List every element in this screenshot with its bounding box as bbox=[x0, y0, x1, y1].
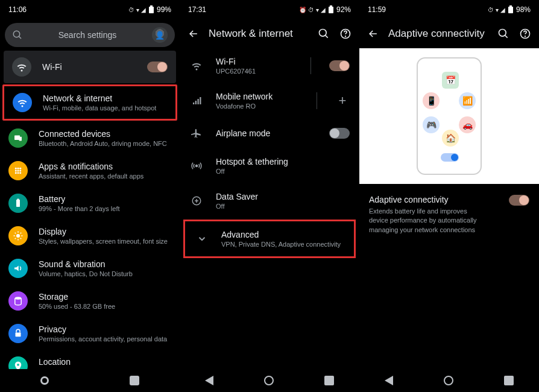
nav-home[interactable] bbox=[264, 376, 274, 385]
screen-header: Network & internet bbox=[180, 19, 359, 48]
highlight-advanced: AdvancedVPN, Private DNS, Adaptive conne… bbox=[183, 220, 356, 258]
network-item-advanced[interactable]: AdvancedVPN, Private DNS, Adaptive conne… bbox=[185, 221, 354, 256]
illus-dot: 🎮 bbox=[423, 116, 440, 133]
phone-illustration: 📅 📱 📶 🎮 🚗 🏠 bbox=[417, 57, 482, 175]
svg-line-24 bbox=[326, 36, 328, 38]
help-button[interactable] bbox=[339, 27, 352, 40]
svg-point-8 bbox=[19, 168, 21, 169]
nav-back[interactable] bbox=[385, 376, 393, 385]
network-icon bbox=[13, 93, 32, 112]
wifi-toggle[interactable] bbox=[147, 62, 168, 72]
svg-point-12 bbox=[15, 172, 17, 174]
adaptive-setting-row[interactable]: Adaptive connectivity Extends battery li… bbox=[359, 184, 539, 245]
svg-point-9 bbox=[15, 170, 17, 172]
svg-point-13 bbox=[17, 172, 19, 174]
svg-point-10 bbox=[17, 170, 19, 172]
search-placeholder: Search settings bbox=[29, 30, 146, 40]
nav-home[interactable] bbox=[130, 376, 139, 385]
wifi-quick-toggle[interactable]: Wi-Fi bbox=[4, 51, 176, 83]
add-network-button[interactable]: + bbox=[335, 93, 350, 109]
back-button[interactable] bbox=[187, 27, 200, 40]
settings-item-storage[interactable]: Storage50% used - 63.82 GB free bbox=[0, 285, 180, 317]
search-button[interactable] bbox=[497, 27, 510, 40]
wifi-icon bbox=[189, 60, 204, 71]
nav-home[interactable] bbox=[444, 376, 453, 385]
status-icons: ⏱▾◢ bbox=[488, 7, 505, 13]
svg-rect-0 bbox=[149, 7, 154, 13]
network-item-airplane[interactable]: Airplane mode bbox=[180, 118, 359, 148]
privacy-icon bbox=[8, 324, 28, 343]
settings-item-sound[interactable]: Sound & vibrationVolume, haptics, Do Not… bbox=[0, 252, 180, 285]
status-bar: 11:59 ⏱▾◢ 98% bbox=[359, 0, 539, 19]
battery-item-icon bbox=[8, 194, 28, 213]
svg-rect-16 bbox=[17, 199, 19, 200]
wifi-icon bbox=[12, 57, 31, 77]
nav-back[interactable] bbox=[205, 376, 213, 385]
signal-icon bbox=[189, 95, 204, 106]
battery-icon bbox=[148, 5, 154, 14]
svg-point-17 bbox=[16, 234, 20, 238]
battery-icon bbox=[328, 5, 334, 14]
svg-point-18 bbox=[15, 297, 22, 300]
nav-bar bbox=[180, 369, 359, 392]
network-item-hotspot[interactable]: Hotspot & tetheringOff bbox=[180, 148, 359, 183]
settings-item-connected[interactable]: Connected devicesBluetooth, Android Auto… bbox=[0, 122, 180, 154]
screen-title: Network & internet bbox=[209, 28, 309, 40]
network-item-wifi[interactable]: Wi-FiUPC6207461 bbox=[180, 48, 359, 83]
svg-rect-21 bbox=[329, 7, 333, 13]
settings-item-network[interactable]: Network & internet Wi-Fi, mobile, data u… bbox=[4, 86, 175, 119]
settings-item-privacy[interactable]: PrivacyPermissions, account activity, pe… bbox=[0, 317, 180, 350]
profile-avatar[interactable]: 👤 bbox=[152, 27, 168, 43]
search-bar[interactable]: Search settings 👤 bbox=[5, 23, 175, 47]
screen-header: Adaptive connectivity bbox=[359, 19, 539, 48]
svg-line-3 bbox=[19, 36, 21, 39]
nav-recent-pill[interactable] bbox=[40, 376, 49, 385]
nav-bar bbox=[0, 369, 180, 392]
network-panel: 17:31 ⏰⏱▾◢ 92% Network & internet Wi-FiU… bbox=[180, 0, 359, 392]
search-button[interactable] bbox=[317, 27, 330, 40]
datasaver-icon bbox=[189, 195, 204, 206]
status-bar: 11:06 ⏱▾◢ 99% bbox=[0, 0, 180, 19]
illus-dot: 🚗 bbox=[459, 116, 476, 133]
display-icon bbox=[8, 226, 28, 245]
svg-rect-29 bbox=[198, 99, 199, 104]
adaptive-sub: Extends battery life and improves device… bbox=[369, 207, 478, 235]
chevron-down-icon bbox=[195, 233, 209, 244]
battery-text: 98% bbox=[516, 5, 531, 14]
svg-point-6 bbox=[15, 168, 17, 169]
illus-dot: 📶 bbox=[459, 92, 476, 109]
svg-rect-1 bbox=[150, 5, 153, 7]
svg-rect-5 bbox=[19, 137, 22, 141]
search-icon bbox=[12, 30, 23, 40]
wifi-title: Wi-Fi bbox=[42, 62, 136, 72]
apps-icon bbox=[8, 161, 28, 180]
svg-point-14 bbox=[19, 172, 21, 174]
nav-recent[interactable] bbox=[324, 376, 334, 385]
settings-item-apps[interactable]: Apps & notificationsAssistant, recent ap… bbox=[0, 154, 180, 187]
svg-point-11 bbox=[19, 170, 21, 172]
adaptive-toggle[interactable] bbox=[509, 195, 529, 206]
illus-toggle bbox=[441, 153, 459, 162]
back-button[interactable] bbox=[367, 27, 380, 40]
status-icons: ⏰⏱▾◢ bbox=[299, 7, 326, 13]
wifi-toggle[interactable] bbox=[329, 60, 350, 71]
status-icons: ⏱▾◢ bbox=[128, 7, 146, 13]
airplane-toggle[interactable] bbox=[329, 128, 350, 139]
settings-item-display[interactable]: DisplayStyles, wallpapers, screen timeou… bbox=[0, 220, 180, 252]
adaptive-panel: 11:59 ⏱▾◢ 98% Adaptive connectivity 📅 📱 … bbox=[359, 0, 539, 392]
illustration: 📅 📱 📶 🎮 🚗 🏠 bbox=[359, 48, 539, 184]
help-button[interactable] bbox=[519, 27, 532, 40]
status-bar: 17:31 ⏰⏱▾◢ 92% bbox=[180, 0, 359, 19]
highlight-network: Network & internet Wi-Fi, mobile, data u… bbox=[2, 84, 177, 121]
settings-root-panel: 11:06 ⏱▾◢ 99% Search settings 👤 Wi-Fi N bbox=[0, 0, 180, 392]
illus-dot: 📅 bbox=[442, 72, 459, 89]
network-item-datasaver[interactable]: Data SaverOff bbox=[180, 183, 359, 218]
svg-point-38 bbox=[525, 36, 526, 37]
svg-point-31 bbox=[196, 165, 198, 167]
network-item-mobile[interactable]: Mobile networkVodafone RO + bbox=[180, 83, 359, 118]
settings-item-battery[interactable]: Battery99% - More than 2 days left bbox=[0, 187, 180, 220]
nav-recent[interactable] bbox=[504, 376, 514, 385]
svg-point-7 bbox=[17, 168, 19, 169]
svg-point-26 bbox=[345, 36, 346, 37]
sound-icon bbox=[8, 259, 28, 278]
